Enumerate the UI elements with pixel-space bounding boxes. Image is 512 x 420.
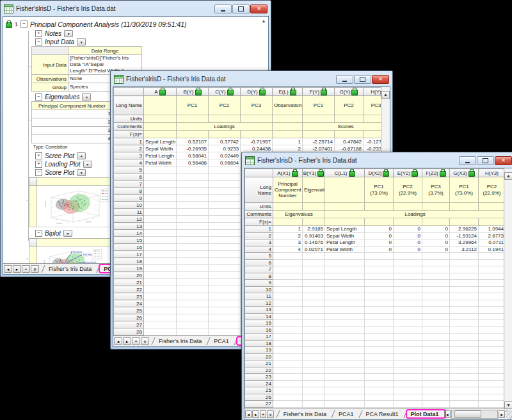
restore-button[interactable]: [477, 156, 494, 165]
comments-cell[interactable]: Eigenvalues: [273, 211, 325, 218]
cell[interactable]: 0.56486: [177, 159, 209, 166]
cell[interactable]: -0.67188: [335, 145, 364, 152]
cell[interactable]: [177, 307, 209, 314]
units-cell[interactable]: [335, 115, 364, 123]
fx-cell[interactable]: [394, 218, 422, 226]
column-header-c-y[interactable]: C(Y): [209, 88, 241, 96]
row-header[interactable]: 24: [245, 380, 273, 387]
cell[interactable]: [273, 293, 303, 300]
titlebar[interactable]: Fisher'sIrisD - Fisher's Iris Data.dat ✕: [2, 2, 269, 15]
row-header[interactable]: 13: [114, 223, 144, 230]
cell[interactable]: Sepal Length: [325, 226, 365, 233]
corner-cell[interactable]: [245, 169, 273, 177]
minimize-button[interactable]: [214, 4, 232, 13]
cell[interactable]: [479, 273, 505, 280]
cell[interactable]: [394, 253, 422, 260]
cell[interactable]: [177, 174, 209, 181]
cell[interactable]: -1.53124: [450, 232, 479, 239]
row-header[interactable]: 11: [114, 209, 144, 216]
scroll-up-button[interactable]: ▲: [381, 91, 390, 99]
cell[interactable]: [325, 347, 365, 354]
cell[interactable]: [177, 181, 209, 188]
next-sheet-button[interactable]: ▸: [252, 410, 259, 418]
cell[interactable]: [177, 166, 209, 174]
cell[interactable]: [144, 209, 177, 216]
cell[interactable]: [144, 251, 177, 258]
row-header[interactable]: 23: [245, 374, 273, 381]
long-name-cell[interactable]: [325, 177, 365, 203]
cell[interactable]: [325, 327, 365, 334]
cell[interactable]: [450, 353, 479, 360]
long-name-cell[interactable]: PC2: [335, 96, 364, 115]
column-header-c-l1[interactable]: C(L1): [325, 169, 365, 177]
cell[interactable]: [394, 307, 422, 314]
long-name-cell[interactable]: PC1 (73.0%): [450, 177, 479, 203]
cell[interactable]: [394, 286, 422, 293]
section-menu-button[interactable]: ▼: [77, 152, 86, 159]
cell[interactable]: [273, 307, 303, 314]
cell[interactable]: [273, 313, 303, 320]
row-header[interactable]: 3: [114, 152, 144, 159]
row-header[interactable]: 26: [245, 394, 273, 401]
cell[interactable]: [144, 279, 177, 286]
cell[interactable]: [273, 380, 303, 387]
cell[interactable]: [479, 380, 505, 387]
cell[interactable]: [273, 320, 303, 327]
cell[interactable]: [303, 347, 325, 354]
cell[interactable]: Sepal Width: [144, 145, 177, 152]
cell[interactable]: [325, 280, 365, 287]
cell[interactable]: [422, 394, 450, 401]
row-header[interactable]: 5: [114, 166, 144, 174]
cell[interactable]: [479, 327, 505, 334]
cell[interactable]: [177, 258, 209, 265]
cell[interactable]: 0: [422, 226, 450, 233]
cell[interactable]: [177, 202, 209, 209]
column-header-h-y3[interactable]: H(Y3): [479, 169, 505, 177]
cell[interactable]: [422, 347, 450, 354]
cell[interactable]: [422, 286, 450, 293]
long-name-cell[interactable]: PC2: [209, 96, 241, 115]
section-menu-button[interactable]: ▼: [82, 93, 91, 101]
cell[interactable]: [303, 320, 325, 327]
cell[interactable]: [209, 174, 241, 181]
long-name-cell[interactable]: Observations: [273, 96, 303, 115]
cell[interactable]: [209, 195, 241, 202]
cell[interactable]: [422, 380, 450, 387]
cell[interactable]: [422, 353, 450, 360]
column-header-h-y[interactable]: H(Y): [364, 88, 382, 96]
row-header[interactable]: 21: [245, 360, 273, 368]
cell[interactable]: [303, 401, 325, 408]
cell[interactable]: [273, 266, 303, 273]
close-button[interactable]: ✕: [372, 75, 389, 84]
cell[interactable]: [365, 387, 394, 394]
cell[interactable]: [303, 273, 325, 280]
cell[interactable]: [365, 293, 394, 300]
cell[interactable]: [422, 334, 450, 341]
cell[interactable]: [394, 266, 422, 273]
cell[interactable]: 0.58041: [177, 152, 209, 159]
cell[interactable]: 1: [273, 138, 303, 145]
cell[interactable]: [365, 327, 394, 334]
cell[interactable]: [177, 237, 209, 244]
report-tree-root[interactable]: 1−Principal Component Analysis (11/30/20…: [6, 20, 259, 28]
cell[interactable]: [422, 253, 450, 260]
cell[interactable]: [394, 293, 422, 300]
units-cell[interactable]: [365, 203, 394, 211]
cell[interactable]: [325, 253, 365, 260]
cell[interactable]: 0: [365, 239, 394, 246]
cell[interactable]: [394, 401, 422, 408]
scroll-up-button[interactable]: ▲: [504, 172, 512, 180]
cell[interactable]: [209, 286, 241, 293]
eigen-row[interactable]: 2: [32, 118, 113, 127]
corner-cell[interactable]: [114, 88, 144, 96]
cell[interactable]: [479, 313, 505, 320]
cell[interactable]: 0.37742: [209, 138, 241, 145]
cell[interactable]: [209, 166, 241, 174]
cell[interactable]: 1.0944: [479, 226, 505, 233]
cell[interactable]: [422, 360, 450, 368]
row-header[interactable]: 23: [114, 293, 144, 300]
cell[interactable]: 0.02449: [209, 152, 241, 159]
cell[interactable]: [479, 334, 505, 341]
tab-pca1[interactable]: PCA1: [332, 410, 359, 418]
cell[interactable]: [144, 328, 177, 335]
